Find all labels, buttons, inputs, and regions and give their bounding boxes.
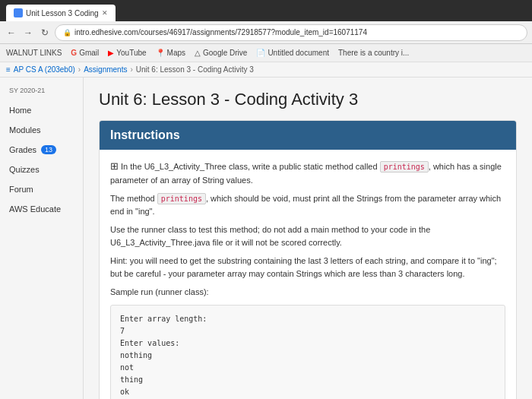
url-text: intro.edhesive.com/courses/46917/assignm… [74, 28, 367, 36]
bookmark-drive[interactable]: △ Google Drive [195, 49, 247, 57]
breadcrumb-current: Unit 6: Lesson 3 - Coding Activity 3 [136, 65, 254, 74]
instructions-para-1-icon: ⊞ [110, 160, 119, 172]
breadcrumb-assignments[interactable]: Assignments [84, 65, 127, 74]
breadcrumb-course[interactable]: AP CS A (203eb0) [14, 65, 75, 74]
browser-chrome: Unit Lesson 3 Coding ✕ ← → ↻ 🔒 intro.edh… [0, 0, 532, 62]
bookmark-gmail-label: Gmail [79, 49, 99, 57]
page-wrapper: ≡ AP CS A (203eb0) › Assignments › Unit … [0, 62, 532, 399]
bookmark-country[interactable]: There is a country i... [338, 49, 409, 57]
reload-button[interactable]: ↻ [38, 26, 52, 40]
page-title: Unit 6: Lesson 3 - Coding Activity 3 [99, 90, 517, 109]
bookmark-doc[interactable]: 📄 Untitled document [256, 49, 329, 57]
instructions-body: ⊞ In the U6_L3_Activity_Three class, wri… [100, 150, 516, 399]
tab-favicon [14, 8, 23, 17]
sidebar-aws-label: AWS Educate [9, 204, 61, 214]
sidebar-item-grades[interactable]: Grades 13 [0, 140, 83, 160]
main-content: Unit 6: Lesson 3 - Coding Activity 3 Ins… [84, 78, 532, 399]
content-area: SY 2020-21 Home Modules Grades 13 Quizze… [0, 78, 532, 399]
instructions-box: Instructions ⊞ In the U6_L3_Activity_Thr… [99, 120, 517, 399]
instructions-para-2: The method printings, which should be vo… [110, 192, 505, 217]
instructions-para-5: Sample run (runner class): [110, 286, 505, 299]
bookmark-walnut[interactable]: WALNUT LINKS [6, 49, 62, 57]
bookmark-drive-label: Google Drive [203, 49, 247, 57]
sidebar-year: SY 2020-21 [0, 84, 83, 97]
doc-icon: 📄 [256, 49, 265, 57]
lock-icon: 🔒 [63, 29, 71, 36]
forward-button[interactable]: → [21, 26, 35, 40]
instructions-para-1: ⊞ In the U6_L3_Activity_Three class, wri… [110, 159, 505, 186]
sidebar-item-home[interactable]: Home [0, 100, 83, 120]
address-bar[interactable]: 🔒 intro.edhesive.com/courses/46917/assig… [55, 24, 527, 41]
para2-before: The method [110, 194, 157, 203]
instructions-header: Instructions [100, 121, 516, 150]
code-block: Enter array length: 7 Enter values: noth… [110, 305, 505, 400]
code-line-1: Enter array length: [120, 315, 207, 323]
active-tab[interactable]: Unit Lesson 3 Coding ✕ [6, 5, 116, 21]
maps-icon: 📍 [156, 49, 165, 57]
code-line-2: 7 [120, 327, 125, 335]
code-line-6: thing [120, 375, 143, 384]
instructions-para-4: Hint: you will need to get the substring… [110, 255, 505, 280]
drive-icon: △ [195, 49, 201, 57]
bookmark-maps-label: Maps [167, 49, 185, 57]
breadcrumb-sep1: › [78, 65, 81, 74]
bookmark-walnut-label: WALNUT LINKS [6, 49, 62, 57]
hamburger-icon[interactable]: ≡ [6, 65, 11, 74]
sidebar-item-forum[interactable]: Forum [0, 179, 83, 199]
breadcrumb: ≡ AP CS A (203eb0) › Assignments › Unit … [0, 62, 532, 78]
tab-close-icon[interactable]: ✕ [102, 9, 108, 17]
bookmark-youtube-label: YouTube [116, 49, 146, 57]
bookmark-country-label: There is a country i... [338, 49, 409, 57]
tab-bar: Unit Lesson 3 Coding ✕ [0, 0, 532, 21]
sidebar-quizzes-label: Quizzes [9, 165, 40, 174]
sidebar-grades-label: Grades [9, 145, 36, 154]
bookmark-maps[interactable]: 📍 Maps [156, 49, 185, 57]
code-line-7: ok [120, 388, 129, 396]
sidebar-home-label: Home [9, 106, 31, 115]
sidebar: SY 2020-21 Home Modules Grades 13 Quizze… [0, 78, 84, 399]
sidebar-item-modules[interactable]: Modules [0, 120, 83, 140]
sidebar-modules-label: Modules [9, 125, 41, 135]
back-button[interactable]: ← [5, 26, 18, 40]
bookmarks-bar: WALNUT LINKS G Gmail ▶ YouTube 📍 Maps △ … [0, 44, 532, 62]
bookmark-doc-label: Untitled document [268, 49, 329, 57]
para1-before: In the U6_L3_Activity_Three class, write… [121, 162, 380, 171]
gmail-icon: G [71, 49, 77, 57]
sidebar-forum-label: Forum [9, 185, 33, 194]
youtube-icon: ▶ [108, 49, 114, 57]
bookmark-gmail[interactable]: G Gmail [71, 49, 99, 57]
bookmark-youtube[interactable]: ▶ YouTube [108, 49, 146, 57]
sidebar-item-quizzes[interactable]: Quizzes [0, 160, 83, 179]
breadcrumb-sep2: › [130, 65, 132, 74]
browser-toolbar: ← → ↻ 🔒 intro.edhesive.com/courses/46917… [0, 21, 532, 44]
sidebar-item-aws[interactable]: AWS Educate [0, 199, 83, 219]
code-line-5: not [120, 363, 134, 372]
code-line-4: nothing [120, 351, 152, 359]
code-line-3: Enter values: [120, 339, 179, 347]
instructions-para-3: Use the runner class to test this method… [110, 223, 505, 249]
para2-code: printings [157, 193, 206, 204]
tab-label: Unit Lesson 3 Coding [26, 9, 99, 17]
para1-code: printings [380, 161, 429, 173]
grades-badge: 13 [41, 145, 56, 154]
